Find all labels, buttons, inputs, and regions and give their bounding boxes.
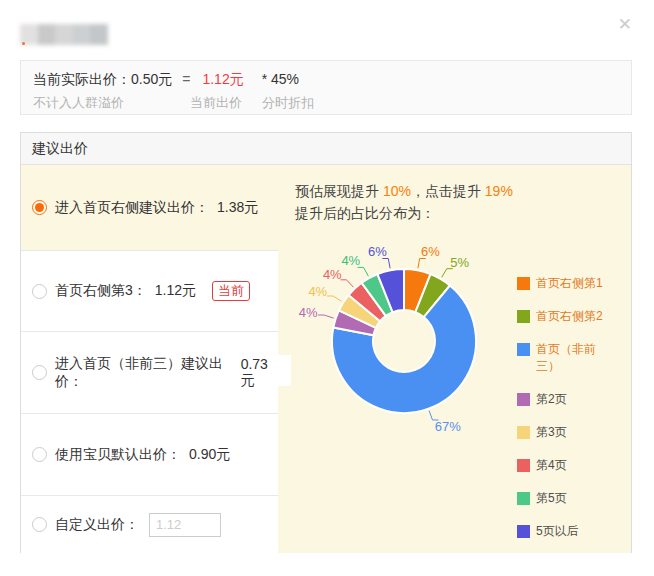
legend-label: 第2页 (536, 391, 604, 408)
discount-multiplier: * 45% (262, 71, 299, 87)
legend-item[interactable]: 首页右侧第2 (517, 308, 617, 325)
legend-item[interactable]: 第3页 (517, 424, 617, 441)
pie-label-line (382, 259, 390, 269)
pie-label: 6% (368, 244, 387, 259)
click-lift-value: 19% (485, 183, 513, 199)
bid-formula-notes: 不计入人群溢价当前出价分时折扣 (33, 94, 314, 112)
option-custom-bid[interactable]: 自定义出价： (21, 495, 278, 553)
legend-label: 第3页 (536, 424, 604, 441)
suggested-bid-panel: 建议出价 进入首页右侧建议出价： 1.38元 首页右侧第3： 1.12元 当前 … (20, 132, 632, 553)
radio-option-3[interactable] (32, 365, 47, 380)
legend-label: 首页右侧第2 (536, 308, 604, 325)
legend-item[interactable]: 5页以后 (517, 523, 617, 540)
legend-label: 首页（非前三） (536, 341, 604, 375)
panel-title: 建议出价 (21, 133, 631, 165)
legend-swatch (517, 310, 530, 323)
option-label: 使用宝贝默认出价： (55, 446, 181, 464)
current-bid-summary: 当前实际出价：0.50元=1.12元* 45% 不计入人群溢价当前出价分时折扣 (20, 60, 632, 115)
actual-bid-label: 当前实际出价：0.50元 (33, 71, 172, 87)
pie-label: 4% (341, 253, 360, 268)
forecast-mid: ，点击提升 (411, 183, 485, 199)
legend-item[interactable]: 首页右侧第1 (517, 275, 617, 292)
legend-swatch (517, 525, 530, 538)
option-label: 进入首页右侧建议出价： (55, 199, 209, 217)
option-label: 首页右侧第3： (55, 282, 147, 300)
option-label: 进入首页（非前三）建议出价： (55, 355, 233, 391)
legend-swatch (517, 459, 530, 472)
current-badge: 当前 (212, 281, 250, 301)
forecast-line-1: 预估展现提升 10%，点击提升 19% (295, 180, 513, 202)
pie-label: 5% (450, 255, 469, 270)
option-price: 0.73元 (241, 356, 278, 390)
option-item-default-bid[interactable]: 使用宝贝默认出价： 0.90元 (21, 413, 278, 495)
close-icon[interactable]: ✕ (618, 16, 632, 33)
current-bid-value: 1.12元 (202, 71, 243, 87)
legend-swatch (517, 277, 530, 290)
legend-swatch (517, 426, 530, 439)
bid-options-list: 进入首页右侧建议出价： 1.38元 首页右侧第3： 1.12元 当前 进入首页（… (21, 165, 278, 553)
radio-option-2[interactable] (32, 284, 47, 299)
option-homepage-right-suggested[interactable]: 进入首页右侧建议出价： 1.38元 (21, 165, 278, 250)
pie-label-line (442, 269, 453, 278)
pie-label-line (418, 259, 426, 269)
option-price: 0.90元 (189, 446, 230, 464)
legend-item[interactable]: 第2页 (517, 391, 617, 408)
option-homepage-not-top3[interactable]: 进入首页（非前三）建议出价： 0.73元 (21, 331, 278, 413)
window-title-redacted (20, 24, 108, 45)
option-price: 1.12元 (155, 282, 196, 300)
bid-formula: 当前实际出价：0.50元=1.12元* 45% (33, 71, 299, 89)
legend-label: 5页以后 (536, 523, 604, 540)
forecast-text: 预估展现提升 10%，点击提升 19% 提升后的占比分布为： (295, 180, 513, 224)
legend-label: 首页右侧第1 (536, 275, 604, 292)
title-artifact-dot (22, 42, 25, 45)
forecast-line-2: 提升后的占比分布为： (295, 202, 513, 224)
note-no-audience-premium: 不计入人群溢价 (33, 95, 124, 110)
note-time-discount: 分时折扣 (262, 95, 314, 110)
option-price: 1.38元 (217, 199, 258, 217)
radio-option-5[interactable] (32, 517, 47, 532)
legend-item[interactable]: 第5页 (517, 490, 617, 507)
legend-swatch (517, 393, 530, 406)
impression-lift-value: 10% (383, 183, 411, 199)
donut-chart: 6%5%67%4%4%4%4%6% (288, 240, 520, 440)
radio-option-1[interactable] (32, 200, 47, 215)
note-current-bid: 当前出价 (190, 95, 242, 110)
legend-label: 第5页 (536, 490, 604, 507)
option-homepage-right-3rd[interactable]: 首页右侧第3： 1.12元 当前 (21, 250, 278, 331)
pie-label: 4% (323, 267, 342, 282)
legend-item[interactable]: 第4页 (517, 457, 617, 474)
row-pointer-notch (278, 355, 291, 386)
legend-swatch (517, 343, 530, 356)
legend-label: 第4页 (536, 457, 604, 474)
pie-label: 4% (308, 284, 327, 299)
pie-label: 6% (421, 244, 440, 259)
custom-bid-input[interactable] (149, 513, 221, 537)
pie-label: 67% (435, 419, 461, 434)
equals-sign: = (182, 71, 190, 87)
forecast-prefix: 预估展现提升 (295, 183, 383, 199)
legend-swatch (517, 492, 530, 505)
pie-label-line (318, 315, 334, 318)
pie-label-line (327, 296, 341, 301)
legend-item[interactable]: 首页（非前三） (517, 341, 617, 375)
option-label: 自定义出价： (55, 516, 139, 534)
pie-label-line (341, 280, 354, 287)
pie-label: 4% (299, 305, 318, 320)
pie-label-line (358, 267, 369, 276)
radio-option-4[interactable] (32, 447, 47, 462)
chart-legend: 首页右侧第1首页右侧第2首页（非前三）第2页第3页第4页第5页5页以后 (517, 275, 617, 556)
